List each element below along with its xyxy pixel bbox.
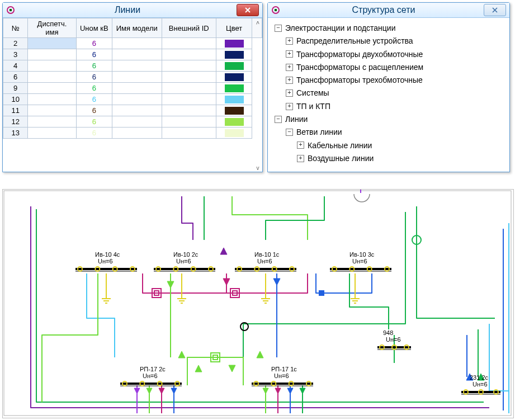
- cell-extid[interactable]: [162, 38, 216, 49]
- tree-node[interactable]: +Воздушные линии: [297, 152, 507, 164]
- tree-toggle-icon[interactable]: −: [286, 129, 293, 136]
- tree-toggle-icon[interactable]: +: [286, 50, 293, 58]
- cell-color[interactable]: [216, 60, 252, 72]
- table-row[interactable]: 106: [3, 94, 262, 105]
- tree-node[interactable]: −Ветви линии+Кабельные линии+Воздушные л…: [286, 125, 507, 164]
- table-row[interactable]: 116: [3, 105, 262, 116]
- cell-model[interactable]: [112, 83, 162, 94]
- cell-no[interactable]: 4: [3, 60, 28, 72]
- cell-disp[interactable]: [28, 83, 76, 94]
- table-scrollbar[interactable]: ʌ v: [253, 18, 262, 38]
- cell-extid[interactable]: [162, 128, 216, 139]
- cell-model[interactable]: [112, 72, 162, 83]
- cell-no[interactable]: 6: [3, 72, 28, 83]
- cell-no[interactable]: 2: [3, 38, 28, 49]
- tree-node[interactable]: +Трансформаторы трехобмоточные: [286, 73, 507, 86]
- close-button[interactable]: [237, 4, 259, 16]
- cell-disp[interactable]: [28, 116, 76, 128]
- close-button[interactable]: [484, 4, 506, 16]
- cell-extid[interactable]: [162, 83, 216, 94]
- cell-no[interactable]: 11: [3, 105, 28, 116]
- tree-toggle-icon[interactable]: +: [297, 141, 304, 149]
- cell-model[interactable]: [112, 60, 162, 72]
- table-row[interactable]: 66: [3, 72, 262, 83]
- cell-unom[interactable]: 6: [76, 128, 112, 139]
- tree-node[interactable]: +ТП и КТП: [286, 100, 507, 112]
- cell-model[interactable]: [112, 116, 162, 128]
- col-no[interactable]: №: [3, 18, 28, 38]
- cell-extid[interactable]: [162, 72, 216, 83]
- cell-no[interactable]: 10: [3, 94, 28, 105]
- network-tree[interactable]: −Электростанции и подстанции+Распределит…: [268, 18, 509, 168]
- table-row[interactable]: 46: [3, 60, 262, 72]
- col-unom[interactable]: Uном кВ: [76, 18, 112, 38]
- cell-no[interactable]: 9: [3, 83, 28, 94]
- table-row[interactable]: 126: [3, 116, 262, 128]
- table-row[interactable]: 26: [3, 38, 262, 49]
- table-row[interactable]: 36: [3, 49, 262, 60]
- cell-disp[interactable]: [28, 60, 76, 72]
- cell-disp[interactable]: [28, 128, 76, 139]
- cell-no[interactable]: 3: [3, 49, 28, 60]
- cell-unom[interactable]: 6: [76, 105, 112, 116]
- cell-model[interactable]: [112, 128, 162, 139]
- tree-node[interactable]: +Кабельные линии: [297, 139, 507, 152]
- tree-node[interactable]: −Линии−Ветви линии+Кабельные линии+Возду…: [275, 112, 507, 164]
- tree-toggle-icon[interactable]: +: [286, 89, 293, 97]
- cell-unom[interactable]: 6: [76, 38, 112, 49]
- lines-table[interactable]: № Диспетч. имя Uном кВ Имя модели Внешни…: [3, 18, 262, 139]
- cell-disp[interactable]: [28, 72, 76, 83]
- cell-disp[interactable]: [28, 94, 76, 105]
- tree-toggle-icon[interactable]: +: [286, 37, 293, 45]
- cell-color[interactable]: [216, 128, 252, 139]
- tree-node[interactable]: +Трансформаторы с расщеплением: [286, 60, 507, 73]
- cell-extid[interactable]: [162, 49, 216, 60]
- col-model[interactable]: Имя модели: [112, 18, 162, 38]
- cell-model[interactable]: [112, 94, 162, 105]
- cell-unom[interactable]: 6: [76, 49, 112, 60]
- tree-node[interactable]: +Системы: [286, 86, 507, 99]
- cell-unom[interactable]: 6: [76, 116, 112, 128]
- cell-unom[interactable]: 6: [76, 60, 112, 72]
- cell-unom[interactable]: 6: [76, 94, 112, 105]
- col-disp[interactable]: Диспетч. имя: [28, 18, 76, 38]
- tree-toggle-icon[interactable]: +: [286, 64, 293, 71]
- cell-disp[interactable]: [28, 105, 76, 116]
- cell-model[interactable]: [112, 105, 162, 116]
- titlebar-lines[interactable]: Линии: [3, 3, 262, 18]
- cell-extid[interactable]: [162, 105, 216, 116]
- cell-color[interactable]: [216, 72, 252, 83]
- table-row[interactable]: 136: [3, 128, 262, 139]
- cell-extid[interactable]: [162, 116, 216, 128]
- cell-color[interactable]: [216, 105, 252, 116]
- cell-color[interactable]: [216, 94, 252, 105]
- tree-node[interactable]: +Трансформаторы двухобмоточные: [286, 48, 507, 60]
- cell-no[interactable]: 13: [3, 128, 28, 139]
- cell-color[interactable]: [216, 116, 252, 128]
- tree-toggle-icon[interactable]: +: [297, 155, 304, 162]
- tree-node[interactable]: +Распределительные устройства: [286, 34, 507, 47]
- titlebar-structure[interactable]: Структура сети: [268, 3, 509, 18]
- cell-unom[interactable]: 6: [76, 72, 112, 83]
- cell-color[interactable]: [216, 38, 252, 49]
- tree-toggle-icon[interactable]: +: [286, 77, 293, 84]
- table-row[interactable]: 96: [3, 83, 262, 94]
- cell-no[interactable]: 12: [3, 116, 28, 128]
- cell-extid[interactable]: [162, 60, 216, 72]
- tree-toggle-icon[interactable]: +: [286, 103, 293, 110]
- cell-model[interactable]: [112, 38, 162, 49]
- cell-color[interactable]: [216, 49, 252, 60]
- cell-disp[interactable]: [28, 38, 76, 49]
- schematic-canvas[interactable]: Ив-10 4сUн=6Ив-10 2сUн=6Ив-10 1сUн=6Ив-1…: [2, 189, 514, 418]
- scroll-up-icon[interactable]: ʌ: [256, 19, 259, 25]
- tree-node[interactable]: −Электростанции и подстанции+Распределит…: [275, 21, 507, 112]
- tree-toggle-icon[interactable]: −: [275, 25, 282, 32]
- cell-extid[interactable]: [162, 94, 216, 105]
- col-extid[interactable]: Внешний ID: [162, 18, 216, 38]
- col-color[interactable]: Цвет: [216, 18, 252, 38]
- cell-unom[interactable]: 6: [76, 83, 112, 94]
- cell-model[interactable]: [112, 49, 162, 60]
- tree-toggle-icon[interactable]: −: [275, 116, 282, 123]
- cell-disp[interactable]: [28, 49, 76, 60]
- cell-color[interactable]: [216, 83, 252, 94]
